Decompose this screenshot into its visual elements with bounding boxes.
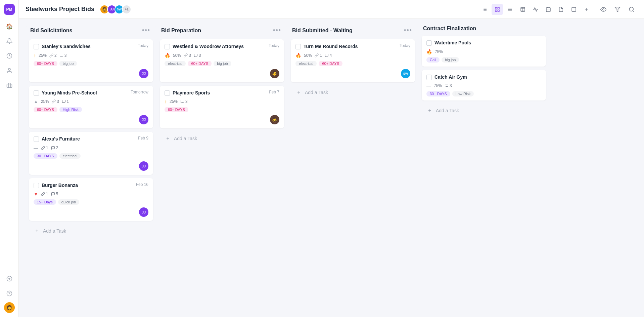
add-task-label-solicitations: Add a Task [43,228,66,234]
card-avatar-burger: JJ [139,207,148,217]
priority-icon-westlend: 🔥 [165,53,170,58]
card-burger-bonanza[interactable]: Burger Bonanza Feb 16 ▼ 1 5 1 [29,178,153,221]
card-meta-watertime: 🔥 75% [426,49,541,54]
column-bid-solicitations: Bid Solicitations ••• Stanley's Sandwich… [26,26,156,310]
sidebar-item-notifications[interactable] [3,35,15,47]
sidebar-help-button[interactable] [3,287,15,300]
list-view-button[interactable] [479,4,490,15]
priority-icon-alexas: — [34,145,38,151]
card-meta-turn-me-round: 🔥 50% 1 4 [295,53,410,58]
column-header-contract-finalization: Contract Finalization [422,26,546,32]
card-tags-catch-air: 30+ DAYS Low Risk [426,91,541,96]
card-checkbox-stanleys[interactable] [34,44,39,49]
card-turn-me-round[interactable]: Turn Me Round Records Today 🔥 50% 1 4 [291,39,415,82]
card-meta-young-minds: ▲ 25% 3 1 [34,99,148,104]
add-task-preparation[interactable]: + Add a Task [160,132,284,145]
card-date-burger: Feb 16 [136,182,148,187]
card-date-playmore: Feb 7 [269,90,279,94]
sidebar-item-projects[interactable] [3,79,15,91]
card-checkbox-turn-me-round[interactable] [295,44,301,49]
filter-button[interactable] [612,4,623,15]
collaborator-avatar-more[interactable]: +1 [122,5,131,14]
table-view-button[interactable] [517,4,528,15]
add-task-submitted[interactable]: + Add a Task [291,86,415,99]
card-title-burger: Burger Bonanza [42,182,78,189]
tag-young-minds-0: 60+ DAYS [34,107,57,112]
comments-playmore: 3 [180,99,188,104]
view-toolbar: + [479,4,592,15]
sidebar-item-people[interactable] [3,65,15,77]
sidebar-item-home[interactable]: 🏠 [3,20,15,32]
svg-rect-2 [7,84,12,88]
tag-turn-me-round-0: electrical [295,61,317,66]
card-date-westlend: Today [269,43,279,48]
card-tags-watertime: Call big job [426,57,541,63]
card-meta-catch-air: — 75% 3 [426,83,541,88]
card-checkbox-burger[interactable] [34,183,39,188]
card-avatar-turn-me-round: SW [401,69,410,78]
card-checkbox-catch-air[interactable] [426,75,432,80]
card-alexas-furniture[interactable]: Alexa's Furniture Feb 9 — 1 2 [29,132,153,175]
add-view-button[interactable]: + [581,4,592,15]
doc-view-button[interactable] [555,4,567,15]
add-task-solicitations[interactable]: + Add a Task [29,224,153,238]
card-checkbox-westlend[interactable] [165,44,170,49]
priority-value-turn-me-round: 50% [304,53,312,58]
add-task-finalization[interactable]: + Add a Task [422,104,546,117]
comments-burger: 5 [51,192,58,196]
priority-value-catch-air: 75% [434,83,442,88]
links-burger: 1 [41,192,48,196]
column-header-bid-submitted: Bid Submitted - Waiting ••• [291,26,415,35]
column-contract-finalization: Contract Finalization Watertime Pools 🔥 … [418,26,549,310]
card-tags-alexas: 30+ DAYS electrical [34,153,148,159]
tag-playmore-0: 60+ DAYS [165,107,188,112]
user-avatar[interactable]: 🧔 [4,302,15,313]
column-menu-bid-preparation[interactable]: ••• [272,26,283,35]
svg-point-1 [8,68,10,70]
card-stanleys-sandwiches[interactable]: Stanley's Sandwiches Today ↑ 25% 2 3 [29,39,153,82]
tag-young-minds-1: High Risk [59,107,82,112]
header: Steelworks Project Bids 🧔 JJ SW +1 [19,0,644,19]
priority-icon-young-minds: ▲ [34,99,38,104]
svg-rect-16 [495,10,497,11]
priority-value-westlend: 50% [173,53,181,58]
main-content: Steelworks Project Bids 🧔 JJ SW +1 [19,0,644,317]
card-catch-air-gym[interactable]: Catch Air Gym — 75% 3 30+ DAYS Low Risk [422,70,546,101]
watch-button[interactable] [598,4,609,15]
card-date-turn-me-round: Today [400,43,410,48]
chart-view-button[interactable] [530,4,541,15]
comments-westlend: 3 [194,53,201,58]
box-view-button[interactable] [568,4,580,15]
card-tags-turn-me-round: electrical 60+ DAYS [295,61,410,66]
search-button[interactable] [626,4,637,15]
card-tags-young-minds: 60+ DAYS High Risk [34,107,148,112]
card-young-minds[interactable]: Young Minds Pre-School Tomorrow ▲ 25% 3 … [29,86,153,129]
calendar-view-button[interactable] [543,4,554,15]
card-checkbox-playmore[interactable] [165,90,170,96]
column-menu-bid-solicitations[interactable]: ••• [141,26,152,35]
tag-burger-0: 15+ Days [34,199,56,205]
add-task-label-preparation: Add a Task [174,136,197,141]
card-westlend-woodrow[interactable]: Westlend & Woodrow Attorneys Today 🔥 50%… [160,39,284,82]
column-menu-bid-submitted[interactable]: ••• [403,26,414,35]
card-playmore-sports[interactable]: Playmore Sports Feb 7 ↑ 25% 3 60+ DAYS [160,86,284,129]
card-checkbox-young-minds[interactable] [34,90,39,96]
tag-catch-air-0: 30+ DAYS [426,91,450,96]
sidebar-item-recent[interactable] [3,50,15,62]
board-view-button[interactable] [492,4,503,15]
priority-value-young-minds: 25% [41,99,49,104]
tag-stanleys-1: big job [59,61,77,66]
column-title-bid-preparation: Bid Preparation [161,28,201,34]
column-header-bid-preparation: Bid Preparation ••• [160,26,284,35]
column-bid-preparation: Bid Preparation ••• Westlend & Woodrow A… [156,26,287,310]
card-checkbox-alexas[interactable] [34,136,39,142]
card-checkbox-watertime[interactable] [426,40,432,46]
comments-young-minds: 1 [62,99,69,104]
app-logo[interactable]: PM [4,4,15,15]
compact-view-button[interactable] [504,4,516,15]
card-watertime-pools[interactable]: Watertime Pools 🔥 75% Call big job [422,36,546,67]
sidebar-add-button[interactable] [3,273,15,285]
tag-stanleys-0: 60+ DAYS [34,61,57,66]
tag-catch-air-1: Low Risk [452,91,474,96]
tag-westlend-1: 60+ DAYS [188,61,212,66]
